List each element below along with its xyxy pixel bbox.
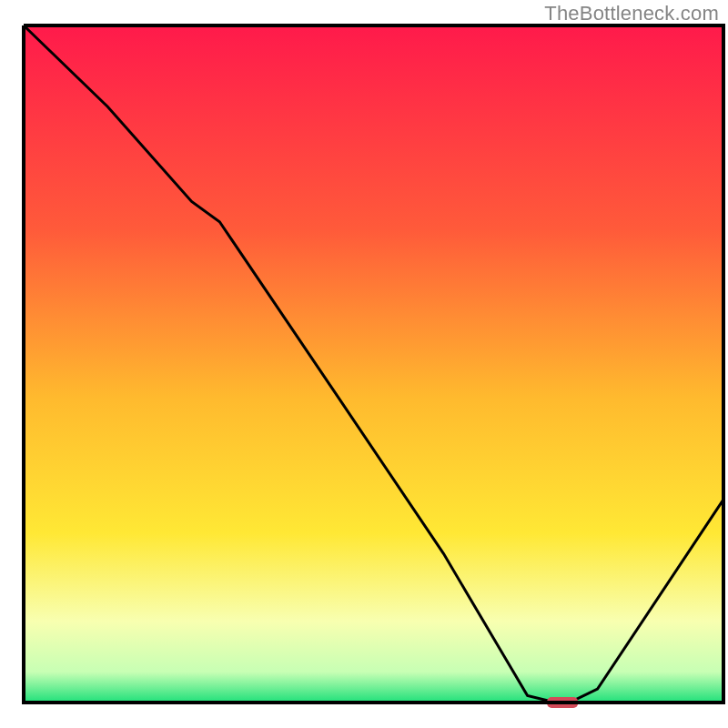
plot-background [24, 25, 723, 703]
chart-container: TheBottleneck.com [0, 0, 728, 728]
watermark-text: TheBottleneck.com [544, 2, 719, 25]
bottleneck-chart [0, 0, 728, 728]
